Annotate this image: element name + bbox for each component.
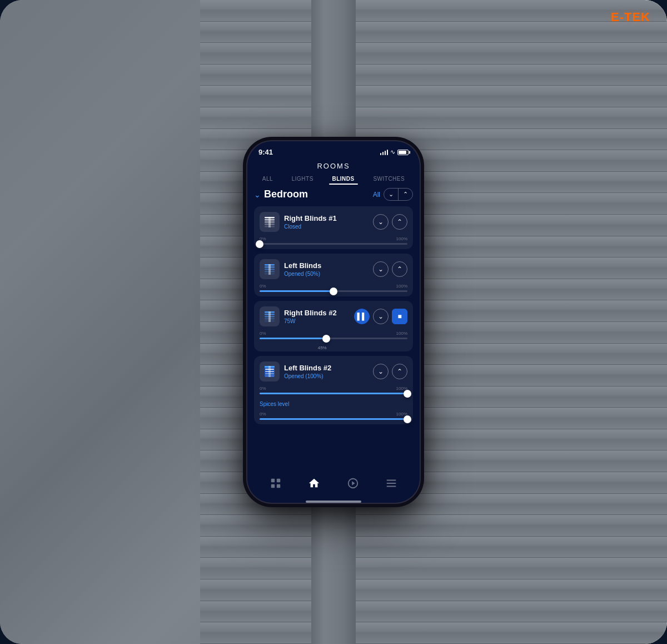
slider-percent-rb2: 45%: [318, 345, 327, 350]
blind-card-rb2: Right Blinds #2 75W ▌▌ ⌄ ■ 0% 100%: [254, 301, 413, 351]
slider-max-lb1: 100%: [396, 284, 407, 289]
slider-thumb-rb2[interactable]: 45%: [322, 335, 330, 343]
slider-thumb-spices[interactable]: [404, 415, 411, 423]
slider-min-lb1: 0%: [260, 284, 266, 289]
brand-logo: E-TEK: [611, 10, 650, 24]
nav-home[interactable]: [308, 477, 320, 489]
slider-thumb-lb2[interactable]: [404, 390, 411, 398]
card-btns-rb2: ▌▌ ⌄ ■: [354, 309, 407, 324]
home-indicator: [306, 501, 361, 503]
nav-menu[interactable]: [385, 477, 397, 489]
slider-track-rb1[interactable]: [260, 243, 407, 245]
card-btns-lb1: ⌄ ⌃: [373, 261, 407, 277]
card-info-lb2: Left Blinds #2 Opened (100%): [284, 364, 369, 379]
slider-labels-lb2: 0% 100%: [260, 386, 407, 391]
svg-rect-3: [265, 224, 275, 225]
nav-devices[interactable]: [270, 477, 282, 489]
slider-rb1: 0% 100%: [260, 236, 407, 245]
slider-min-spices: 0%: [260, 412, 266, 417]
svg-rect-29: [271, 479, 275, 482]
slider-fill-lb2: [260, 393, 407, 394]
card-top-rb1: Right Blinds #1 Closed ⌄ ⌃: [260, 212, 407, 232]
tabs-bar: ALL LIGHTS BLINDS SWITCHES: [247, 174, 420, 188]
slider-thumb-lb1[interactable]: [330, 288, 337, 295]
card-name-rb2: Right Blinds #2: [284, 309, 350, 318]
pause-button-rb2[interactable]: ▌▌: [354, 309, 370, 324]
slider-track-lb2[interactable]: [260, 393, 407, 394]
svg-rect-1: [265, 219, 275, 221]
svg-rect-26: [265, 375, 274, 377]
slider-fill-rb2: [260, 338, 326, 339]
up-button-rb1[interactable]: ⌃: [392, 214, 407, 230]
room-chevron-icon[interactable]: ⌄: [254, 190, 261, 199]
spices-label: Spices level: [260, 401, 407, 407]
slider-max-rb1: 100%: [396, 236, 407, 241]
svg-rect-18: [265, 320, 275, 322]
grid-icon: [270, 477, 282, 489]
room-up-button[interactable]: ⌃: [398, 189, 412, 200]
blind-icon-lb1: [260, 259, 280, 279]
slider-track-spices[interactable]: [260, 418, 407, 420]
room-down-button[interactable]: ⌄: [384, 189, 398, 200]
slider-max-rb2: 100%: [396, 331, 407, 336]
tab-all[interactable]: ALL: [259, 174, 276, 184]
down-button-lb2[interactable]: ⌄: [373, 364, 389, 379]
slider-track-rb2[interactable]: 45%: [260, 338, 407, 339]
svg-rect-32: [277, 484, 280, 488]
svg-rect-8: [265, 266, 275, 268]
down-button-lb1[interactable]: ⌄: [373, 261, 389, 277]
tab-blinds[interactable]: BLINDS: [329, 174, 358, 184]
nav-scenes[interactable]: [347, 477, 359, 489]
svg-rect-17: [265, 318, 275, 320]
card-status-lb2: Opened (100%): [284, 373, 369, 379]
blind-svg-icon-2: [263, 262, 276, 276]
up-button-lb2[interactable]: ⌃: [392, 364, 407, 379]
svg-rect-10: [265, 271, 275, 273]
square-button-rb2[interactable]: ■: [392, 309, 407, 324]
svg-rect-24: [265, 371, 274, 372]
blind-card-lb1: Left Blinds Opened (50%) ⌄ ⌃ 0% 100%: [254, 254, 413, 296]
down-button-rb2[interactable]: ⌄: [373, 309, 389, 324]
room-header: ⌄ Bedroom All ⌄ ⌃: [254, 188, 413, 201]
slider-track-lb1[interactable]: [260, 290, 407, 292]
phone-screen: 9:41 ∿ ROOMS: [247, 141, 420, 503]
blind-svg-icon-3: [263, 310, 276, 323]
svg-rect-2: [265, 221, 275, 223]
slider-thumb-rb1[interactable]: [256, 240, 263, 248]
slider-fill-lb1: [260, 290, 334, 292]
slider-labels-spices: 0% 100%: [260, 412, 407, 417]
card-name-rb1: Right Blinds #1: [284, 214, 369, 223]
slider-fill-spices: [260, 418, 407, 420]
card-top-rb2: Right Blinds #2 75W ▌▌ ⌄ ■: [260, 306, 407, 326]
signal-icon: [380, 150, 389, 155]
down-button-rb1[interactable]: ⌄: [373, 214, 389, 230]
card-status-rb2: 75W: [284, 318, 350, 324]
status-time: 9:41: [258, 148, 273, 156]
wifi-icon: ∿: [390, 148, 395, 156]
svg-rect-23: [265, 369, 274, 370]
up-button-lb1[interactable]: ⌃: [392, 261, 407, 277]
bottom-nav: [247, 473, 420, 498]
svg-rect-25: [265, 373, 274, 374]
room-all-button[interactable]: All: [373, 191, 380, 199]
slider-lb1: 0% 100%: [260, 284, 407, 292]
card-top-lb1: Left Blinds Opened (50%) ⌄ ⌃: [260, 259, 407, 279]
menu-icon: [385, 477, 397, 489]
svg-rect-4: [265, 226, 275, 227]
room-button-group: ⌄ ⌃: [384, 188, 413, 201]
tab-switches[interactable]: SWITCHES: [370, 174, 408, 184]
blind-card-rb1: Right Blinds #1 Closed ⌄ ⌃ 0% 100%: [254, 206, 413, 249]
card-status-rb1: Closed: [284, 224, 369, 230]
card-btns-rb1: ⌄ ⌃: [373, 214, 407, 230]
svg-rect-11: [265, 273, 275, 275]
scroll-content[interactable]: ⌄ Bedroom All ⌄ ⌃: [247, 188, 420, 473]
card-info-rb1: Right Blinds #1 Closed: [284, 214, 369, 230]
card-top-lb2: Left Blinds #2 Opened (100%) ⌄ ⌃: [260, 361, 407, 382]
blind-icon-rb1: [260, 212, 280, 232]
status-icons: ∿: [380, 148, 409, 156]
blind-svg-icon-4: [263, 365, 276, 378]
slider-labels-rb2: 0% 100%: [260, 331, 407, 336]
tab-lights[interactable]: LIGHTS: [288, 174, 317, 184]
app-title: ROOMS: [317, 162, 350, 170]
slider-spices: 0% 100%: [260, 412, 407, 420]
